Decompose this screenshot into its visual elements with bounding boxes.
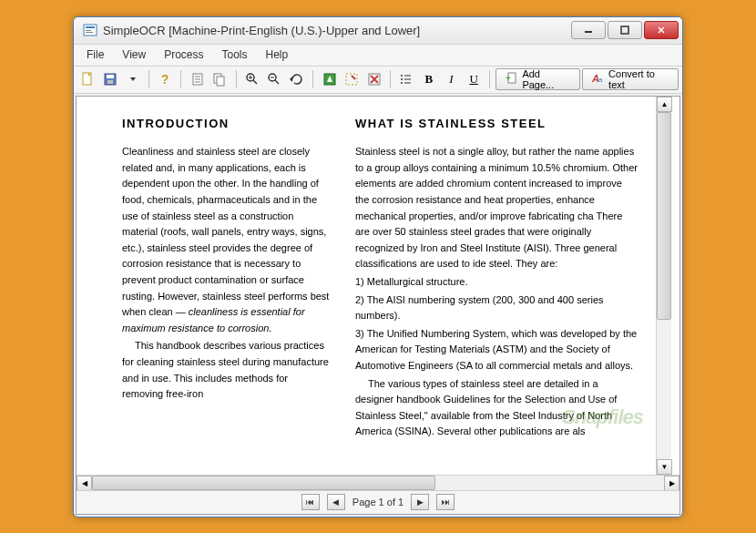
svg-text:a: a: [598, 76, 603, 84]
window-title: SimpleOCR [Machine-Print-English (U.S.)-…: [103, 24, 569, 37]
save-button[interactable]: [100, 68, 121, 90]
first-page-button[interactable]: ⏮: [301, 494, 320, 510]
svg-marker-27: [290, 77, 292, 82]
prev-page-button[interactable]: ◀: [327, 494, 345, 510]
heading-introduction: INTRODUCTION: [122, 115, 330, 134]
add-page-icon: +: [506, 72, 518, 87]
close-button[interactable]: [644, 21, 679, 39]
content-area: INTRODUCTION Cleanliness and stainless s…: [76, 96, 680, 515]
svg-text:+: +: [506, 73, 511, 83]
scroll-thumb[interactable]: [92, 476, 435, 490]
copy-button[interactable]: [209, 68, 230, 90]
svg-rect-12: [107, 80, 113, 84]
page-indicator: Page 1 of 1: [352, 497, 404, 507]
edit-region-button[interactable]: [342, 68, 363, 90]
app-icon: [83, 23, 97, 37]
list-item: 1) Metallurgical structure.: [355, 274, 638, 291]
underline-button[interactable]: U: [464, 68, 485, 90]
column-left: INTRODUCTION Cleanliness and stainless s…: [122, 115, 330, 475]
delete-region-button[interactable]: [363, 68, 384, 90]
toolbar: ? B I U + Add Page... Aa Convert to text: [74, 67, 682, 94]
dropdown-button[interactable]: [122, 68, 143, 90]
document-viewport[interactable]: INTRODUCTION Cleanliness and stainless s…: [77, 97, 679, 475]
svg-marker-13: [130, 77, 136, 81]
separator: [236, 70, 237, 88]
menu-view[interactable]: View: [113, 46, 155, 63]
paragraph: The various types of stainless steel are…: [355, 376, 638, 440]
scroll-track[interactable]: [92, 476, 664, 490]
svg-rect-2: [86, 30, 91, 31]
svg-line-31: [352, 76, 355, 79]
menu-process[interactable]: Process: [155, 46, 212, 63]
bold-button[interactable]: B: [419, 68, 440, 90]
menu-tools[interactable]: Tools: [213, 46, 257, 63]
paragraph: Stainless steel is not a single alloy, b…: [355, 144, 638, 272]
menubar: File View Process Tools Help: [74, 45, 682, 67]
scroll-right-button[interactable]: ▶: [664, 476, 679, 491]
separator: [489, 70, 490, 88]
paragraph: This handbook describes various practice…: [122, 338, 330, 402]
statusbar: ⏮ ◀ Page 1 of 1 ▶ ⏭: [77, 490, 679, 514]
horizontal-scrollbar[interactable]: ◀ ▶: [77, 476, 679, 490]
menu-help[interactable]: Help: [257, 46, 298, 63]
svg-point-39: [401, 82, 403, 84]
scroll-down-button[interactable]: ▼: [657, 459, 672, 475]
svg-point-37: [401, 78, 403, 80]
scroll-up-button[interactable]: ▲: [657, 97, 672, 112]
list-item: 2) The AISI numbering system (200, 300 a…: [355, 292, 638, 324]
horizontal-scrollbar-row: ◀ ▶: [77, 475, 679, 490]
last-page-button[interactable]: ⏭: [436, 494, 455, 510]
scroll-thumb[interactable]: [657, 112, 671, 321]
new-button[interactable]: [77, 68, 98, 90]
heading-what-is: WHAT IS STAINLESS STEEL: [355, 115, 638, 134]
zoom-in-button[interactable]: [241, 68, 262, 90]
minimize-button[interactable]: [571, 21, 606, 39]
vertical-scrollbar[interactable]: ▲ ▼: [656, 97, 671, 475]
separator: [390, 70, 391, 88]
document-page: INTRODUCTION Cleanliness and stainless s…: [77, 97, 656, 475]
svg-line-25: [275, 80, 279, 84]
titlebar[interactable]: SimpleOCR [Machine-Print-English (U.S.)-…: [74, 17, 682, 45]
list-button[interactable]: [396, 68, 417, 90]
svg-rect-5: [621, 26, 628, 34]
add-page-button[interactable]: + Add Page...: [495, 68, 580, 90]
svg-rect-1: [86, 26, 95, 28]
svg-rect-3: [86, 32, 93, 33]
convert-label: Convert to text: [608, 68, 669, 90]
menu-file[interactable]: File: [77, 46, 113, 63]
rotate-button[interactable]: [287, 68, 308, 90]
svg-line-21: [253, 80, 257, 84]
next-page-button[interactable]: ▶: [411, 494, 429, 510]
separator: [148, 70, 149, 88]
zoom-out-button[interactable]: [264, 68, 285, 90]
paragraph: Cleanliness and stainless steel are clos…: [122, 144, 330, 336]
maximize-button[interactable]: [608, 21, 642, 39]
help-button[interactable]: ?: [155, 68, 176, 90]
add-page-label: Add Page...: [522, 68, 570, 90]
svg-rect-11: [107, 75, 114, 78]
svg-rect-19: [217, 77, 224, 86]
scroll-left-button[interactable]: ◀: [77, 476, 92, 491]
separator: [312, 70, 313, 88]
window-controls: [569, 21, 679, 39]
scroll-track[interactable]: [657, 112, 671, 459]
region-button[interactable]: [319, 68, 340, 90]
svg-point-35: [401, 75, 403, 77]
convert-icon: Aa: [592, 72, 605, 87]
italic-button[interactable]: I: [441, 68, 462, 90]
convert-button[interactable]: Aa Convert to text: [582, 68, 679, 90]
svg-rect-30: [346, 74, 357, 85]
separator: [180, 70, 181, 88]
list-item: 3) The Unified Numbering System, which w…: [355, 326, 638, 374]
app-window: SimpleOCR [Machine-Print-English (U.S.)-…: [73, 16, 683, 518]
page-button[interactable]: [187, 68, 208, 90]
column-right: WHAT IS STAINLESS STEEL Stainless steel …: [355, 115, 638, 475]
